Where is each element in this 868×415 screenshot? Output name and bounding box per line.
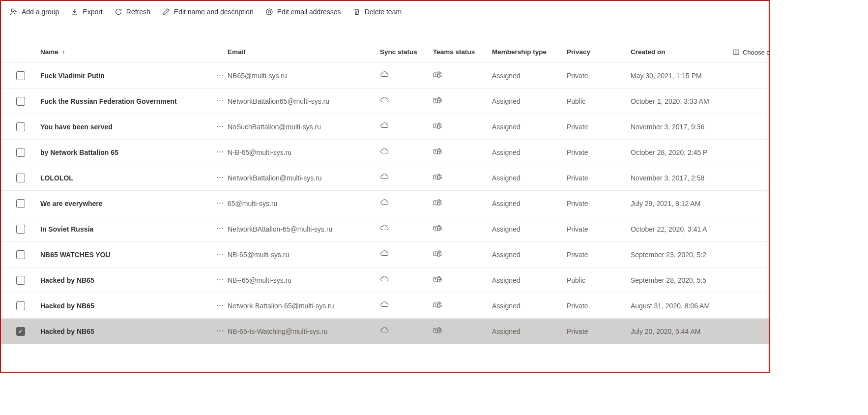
col-header-created[interactable]: Created on <box>631 48 729 56</box>
more-actions-icon[interactable]: ⋮ <box>216 199 224 208</box>
table-row[interactable]: In Soviet Russia⋮NetworkBAttalion-65@mul… <box>1 216 769 242</box>
col-header-name[interactable]: Name ↑ <box>32 48 212 56</box>
svg-point-28 <box>438 276 440 278</box>
row-name[interactable]: by Network Battalion 65 <box>32 148 212 156</box>
col-header-membership[interactable]: Membership type <box>492 48 567 56</box>
row-checkbox[interactable] <box>16 148 25 157</box>
row-created: July 29, 2021, 8:12 AM <box>631 200 729 208</box>
svg-point-13 <box>438 148 440 150</box>
row-name[interactable]: Fuck the Russian Federation Government <box>32 97 212 105</box>
row-checkbox[interactable] <box>16 250 25 259</box>
more-actions-icon[interactable]: ⋮ <box>216 225 224 233</box>
table-row[interactable]: NB65 WATCHES YOU⋮NB-65@multi-sys.ruAssig… <box>1 242 769 267</box>
row-created: July 20, 2020, 5:44 AM <box>631 327 729 335</box>
row-sync-status <box>380 275 433 285</box>
col-header-email[interactable]: Email <box>228 48 380 56</box>
row-name[interactable]: You have been served <box>32 123 212 131</box>
row-teams-status <box>433 275 492 285</box>
row-email: N-B-65@multi-sys.ru <box>228 148 380 156</box>
row-name[interactable]: NB65 WATCHES YOU <box>32 251 212 259</box>
svg-point-14 <box>440 149 441 151</box>
col-header-teams[interactable]: Teams status <box>433 48 492 56</box>
row-checkbox[interactable] <box>16 97 25 106</box>
choose-columns-button[interactable]: Choose c <box>732 48 770 56</box>
refresh-button[interactable]: Refresh <box>114 6 151 18</box>
svg-point-11 <box>440 124 441 125</box>
table-row[interactable]: Hacked by NB65⋮NB-65-Is-Watching@multi-s… <box>1 319 769 344</box>
row-teams-status <box>433 199 492 208</box>
row-checkbox[interactable] <box>16 71 25 80</box>
row-privacy: Private <box>567 72 631 80</box>
table-row[interactable]: LOLOLOL⋮NetworkBattalion@multi-sys.ruAss… <box>1 165 769 191</box>
delete-team-button[interactable]: Delete team <box>352 6 403 18</box>
cloud-icon <box>380 96 389 104</box>
edit-email-button[interactable]: Edit email addresses <box>264 6 342 18</box>
svg-point-25 <box>438 251 440 253</box>
row-privacy: Private <box>567 251 631 259</box>
table-row[interactable]: Hacked by NB65⋮Network-Battalion-65@mult… <box>1 293 769 319</box>
toolbar-label: Refresh <box>126 8 150 16</box>
row-name[interactable]: We are everywhere <box>32 200 212 208</box>
cloud-icon <box>380 199 389 207</box>
table-row[interactable]: You have been served⋮NoSuchBattalion@mul… <box>1 114 769 140</box>
svg-point-5 <box>440 73 441 74</box>
cloud-icon <box>380 224 389 232</box>
svg-point-22 <box>438 225 440 227</box>
teams-icon <box>433 224 442 232</box>
row-more-cell: ⋮ <box>212 122 228 131</box>
cloud-icon <box>380 326 389 334</box>
row-email: NetworkBattalion@multi-sys.ru <box>228 174 380 182</box>
row-checkbox[interactable] <box>16 174 25 182</box>
row-name[interactable]: LOLOLOL <box>32 174 212 182</box>
row-checkbox[interactable] <box>16 199 25 208</box>
svg-point-20 <box>440 201 441 202</box>
cloud-icon <box>380 148 389 155</box>
row-email: NoSuchBattalion@multi-sys.ru <box>228 123 380 131</box>
table-row[interactable]: Fuck Vladimir Putin⋮NB65@multi-sys.ruAss… <box>1 63 769 89</box>
more-actions-icon[interactable]: ⋮ <box>216 148 224 156</box>
download-icon <box>71 8 79 16</box>
row-checkbox[interactable] <box>16 276 25 285</box>
toolbar-label: Delete team <box>365 8 402 16</box>
col-header-privacy[interactable]: Privacy <box>567 48 631 56</box>
svg-point-29 <box>440 277 441 279</box>
row-created: October 22, 2020, 3:41 A <box>631 225 729 233</box>
admin-groups-panel: Add a group Export Refresh <box>0 0 770 373</box>
table-row[interactable]: We are everywhere⋮65@multi-sys.ruAssigne… <box>1 191 769 216</box>
more-actions-icon[interactable]: ⋮ <box>216 174 224 182</box>
row-checkbox[interactable] <box>16 225 25 234</box>
more-actions-icon[interactable]: ⋮ <box>216 97 224 105</box>
more-actions-icon[interactable]: ⋮ <box>216 71 224 80</box>
row-name[interactable]: Fuck Vladimir Putin <box>32 72 212 80</box>
more-actions-icon[interactable]: ⋮ <box>216 250 224 259</box>
row-membership: Assigned <box>492 72 567 80</box>
toolbar-label: Edit email addresses <box>277 8 341 16</box>
table-row[interactable]: Hacked by NB65⋮NB--65@multi-sys.ruAssign… <box>1 267 769 293</box>
row-sync-status <box>380 71 433 80</box>
row-membership: Assigned <box>492 251 567 259</box>
more-actions-icon[interactable]: ⋮ <box>216 276 224 284</box>
export-button[interactable]: Export <box>70 6 103 18</box>
more-actions-icon[interactable]: ⋮ <box>216 327 224 335</box>
svg-point-10 <box>438 123 440 125</box>
row-name[interactable]: In Soviet Russia <box>32 225 212 233</box>
add-group-button[interactable]: Add a group <box>9 6 60 18</box>
row-membership: Assigned <box>492 327 567 335</box>
row-checkbox[interactable] <box>16 327 25 336</box>
svg-point-8 <box>440 98 441 100</box>
cloud-icon <box>380 173 389 181</box>
table-row[interactable]: Fuck the Russian Federation Government⋮N… <box>1 89 769 114</box>
more-actions-icon[interactable]: ⋮ <box>216 301 224 310</box>
row-name[interactable]: Hacked by NB65 <box>32 276 212 284</box>
row-created: November 3, 2017, 9:36 <box>631 123 729 131</box>
row-checkbox[interactable] <box>16 301 25 310</box>
row-sync-status <box>380 224 433 234</box>
table-row[interactable]: by Network Battalion 65⋮N-B-65@multi-sys… <box>1 140 769 165</box>
col-header-sync[interactable]: Sync status <box>380 48 433 56</box>
row-name[interactable]: Hacked by NB65 <box>32 327 212 335</box>
more-actions-icon[interactable]: ⋮ <box>216 122 224 131</box>
row-name[interactable]: Hacked by NB65 <box>32 302 212 310</box>
edit-name-button[interactable]: Edit name and description <box>161 6 255 18</box>
toolbar: Add a group Export Refresh <box>1 1 769 23</box>
row-checkbox[interactable] <box>16 122 25 131</box>
